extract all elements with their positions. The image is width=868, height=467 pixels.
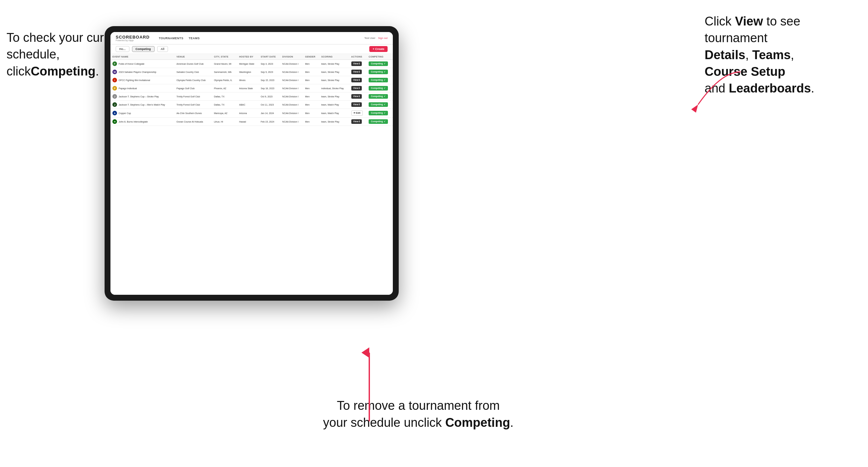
view-button[interactable]: View ℹ <box>351 102 362 107</box>
sign-out-link[interactable]: Sign out <box>378 37 388 39</box>
cell-hosted_by: ABAC <box>237 101 259 109</box>
cell-hosted_by: Arizona <box>237 109 259 118</box>
competing-button[interactable]: Competing ✓ <box>369 86 388 91</box>
bottom-annotation: To remove a tournament fromyour schedule… <box>268 397 569 431</box>
tournaments-table: EVENT NAME VENUE CITY, STATE HOSTED BY S… <box>111 54 393 295</box>
cell-scoring: individual, Stroke Play <box>319 84 349 92</box>
scoreboard-title: SCOREBOARD <box>116 35 150 39</box>
competing-button[interactable]: Competing ✓ <box>369 61 388 66</box>
competing-filter-btn[interactable]: Competing <box>132 46 155 52</box>
competing-cell: Competing ✓ <box>367 109 393 118</box>
cell-gender: Men <box>303 68 319 76</box>
left-period: . <box>95 64 99 78</box>
event-name-cell: J Jackson T. Stephens Cup – Stroke Play <box>111 92 175 101</box>
cell-city_state: Dallas, TX <box>212 101 237 109</box>
cell-venue: American Dunes Golf Club <box>175 60 212 68</box>
cell-venue: Ak-Chin Southern Dunes <box>175 109 212 118</box>
cell-city_state: Maricopa, AZ <box>212 109 237 118</box>
competing-cell: Competing ✓ <box>367 101 393 109</box>
view-button[interactable]: View ℹ <box>351 119 362 124</box>
view-button[interactable]: View ℹ <box>351 86 362 91</box>
cell-gender: Men <box>303 76 319 84</box>
cell-city_state: Lihue, HI <box>212 118 237 126</box>
competing-cell: Competing ✓ <box>367 84 393 92</box>
cell-division: NCAA Division I <box>280 109 303 118</box>
cell-scoring: team, Stroke Play <box>319 92 349 101</box>
competing-button[interactable]: Competing ✓ <box>369 70 388 74</box>
view-button[interactable]: View ℹ <box>351 70 362 74</box>
cell-city_state: Phoenix, AZ <box>212 84 237 92</box>
cell-scoring: team, Match Play <box>319 109 349 118</box>
cell-start_date: Feb 15, 2024 <box>259 118 280 126</box>
cell-city_state: Sammamish, WA <box>212 68 237 76</box>
col-start-date: START DATE <box>259 54 280 60</box>
event-name: Jackson T. Stephens Cup – Stroke Play <box>119 95 159 98</box>
bottom-text: To remove a tournament fromyour schedule… <box>323 399 514 429</box>
cell-start_date: Sep 15, 2023 <box>259 76 280 84</box>
event-name: OFCC Fighting Illini Invitational <box>119 79 150 82</box>
home-filter-btn[interactable]: Ho... <box>116 46 129 52</box>
actions-cell: View ℹ <box>349 118 367 126</box>
actions-cell: View ℹ <box>349 92 367 101</box>
actions-cell: View ℹ <box>349 76 367 84</box>
competing-button[interactable]: Competing ✓ <box>369 78 388 82</box>
cell-scoring: team, Match Play <box>319 101 349 109</box>
cell-venue: Olympia Fields Country Club <box>175 76 212 84</box>
cell-city_state: Olympia Fields, IL <box>212 76 237 84</box>
competing-button[interactable]: Competing ✓ <box>369 111 388 115</box>
cell-hosted_by: Michigan State <box>237 60 259 68</box>
team-logo: P <box>113 86 117 91</box>
cell-division: NCAA Division I <box>280 68 303 76</box>
cell-venue: Trinity Forest Golf Club <box>175 92 212 101</box>
bottom-competing-bold: Competing <box>445 416 510 429</box>
view-button[interactable]: View ℹ <box>351 61 362 66</box>
cell-venue: Ocean Course At Hokuala <box>175 118 212 126</box>
cell-scoring: team, Stroke Play <box>319 76 349 84</box>
competing-cell: Competing ✓ <box>367 118 393 126</box>
create-button[interactable]: + Create <box>369 46 388 52</box>
table-body: F Folds of Honor Collegiate American Dun… <box>111 60 393 126</box>
team-logo: W <box>113 70 117 74</box>
cell-division: NCAA Division I <box>280 92 303 101</box>
nav-tournaments[interactable]: TOURNAMENTS <box>159 37 183 40</box>
cell-gender: Men <box>303 92 319 101</box>
col-scoring: SCORING <box>319 54 349 60</box>
cell-start_date: Oct 11, 2023 <box>259 101 280 109</box>
edit-button[interactable]: ✏ Edit <box>351 111 363 116</box>
cell-hosted_by: Arizona State <box>237 84 259 92</box>
nav-links: TOURNAMENTS TEAMS <box>159 37 200 40</box>
col-gender: GENDER <box>303 54 319 60</box>
cell-city_state: Grand Haven, MI <box>212 60 237 68</box>
bottom-arrow <box>364 349 374 425</box>
event-name-cell: F Folds of Honor Collegiate <box>111 60 175 68</box>
nav-teams[interactable]: TEAMS <box>189 37 200 40</box>
view-button[interactable]: View ℹ <box>351 94 362 99</box>
event-name-cell: W 2023 Sahalee Players Championship <box>111 68 175 76</box>
cell-start_date: Sep 4, 2023 <box>259 60 280 68</box>
nav-right: Test User Sign out <box>364 37 388 39</box>
competing-button[interactable]: Competing ✓ <box>369 94 388 99</box>
competing-button[interactable]: Competing ✓ <box>369 102 388 107</box>
actions-cell: ✏ Edit <box>349 109 367 118</box>
view-button[interactable]: View ℹ <box>351 78 362 82</box>
table-row: A Copper Cup Ak-Chin Southern DunesMaric… <box>111 109 393 118</box>
table-header: EVENT NAME VENUE CITY, STATE HOSTED BY S… <box>111 54 393 60</box>
cell-hosted_by <box>237 92 259 101</box>
cell-scoring: team, Stroke Play <box>319 68 349 76</box>
tablet-frame: SCOREBOARD Powered by clippi TOURNAMENTS… <box>104 26 399 301</box>
competing-cell: Competing ✓ <box>367 76 393 84</box>
cell-start_date: Oct 9, 2023 <box>259 92 280 101</box>
table-row: J Jackson T. Stephens Cup – Men's Match … <box>111 101 393 109</box>
col-hosted-by: HOSTED BY <box>237 54 259 60</box>
event-name-cell: H John A. Burns Intercollegiate <box>111 118 175 126</box>
cell-city_state: Dallas, TX <box>212 92 237 101</box>
cell-gender: Men <box>303 101 319 109</box>
competing-button[interactable]: Competing ✓ <box>369 119 388 124</box>
left-competing-bold: Competing <box>31 64 95 78</box>
team-logo: A <box>113 111 117 115</box>
team-logo: I <box>113 78 117 82</box>
table-row: W 2023 Sahalee Players Championship Saha… <box>111 68 393 76</box>
col-actions: ACTIONS <box>349 54 367 60</box>
event-name-cell: J Jackson T. Stephens Cup – Men's Match … <box>111 101 175 109</box>
all-filter-btn[interactable]: All <box>157 46 168 52</box>
